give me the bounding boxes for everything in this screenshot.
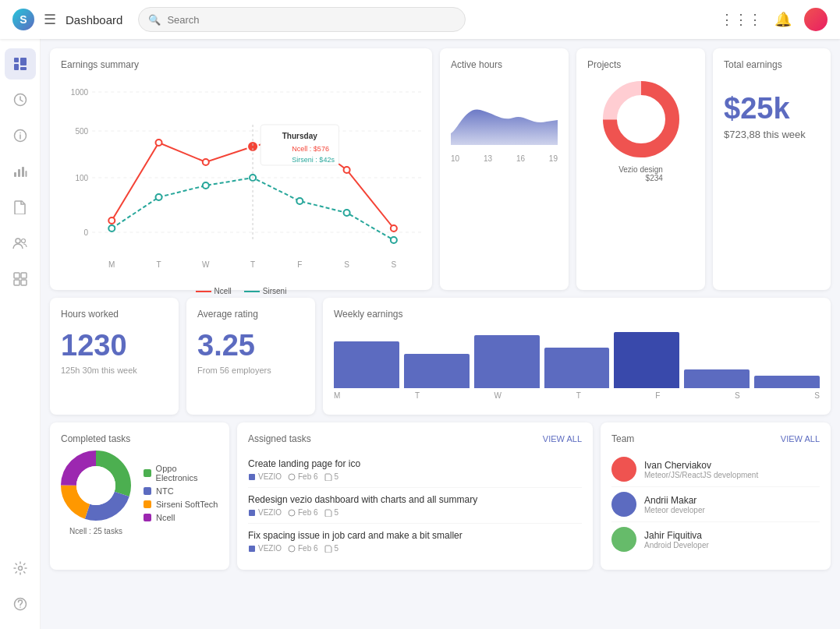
svg-rect-16	[21, 280, 27, 285]
svg-point-37	[203, 159, 209, 165]
sidebar-item-help[interactable]	[5, 588, 36, 620]
svg-point-17	[18, 567, 22, 571]
team-card: Team VIEW ALL Ivan Cherviakov Meteor/JS/…	[601, 422, 831, 570]
bottom-row: Completed tasks Ncell : 25 tasks	[50, 422, 831, 570]
legend-ncell: Ncell	[196, 287, 232, 295]
chart-legend: Ncell Sirseni	[61, 287, 421, 295]
weekly-bar-3	[544, 348, 610, 388]
average-rating-card: Average rating 3.25 From 56 employers	[186, 298, 315, 415]
legend-item-0: Oppo Electronics	[144, 464, 218, 482]
weekly-bar-labels: M T W T F S S	[334, 391, 820, 400]
sidebar-item-team[interactable]	[5, 228, 36, 259]
hours-worked-value: 1230	[61, 329, 168, 362]
svg-text:0: 0	[84, 228, 89, 237]
svg-rect-0	[14, 58, 19, 62]
svg-point-47	[344, 210, 350, 216]
sidebar	[0, 39, 41, 629]
sidebar-item-clock[interactable]	[5, 84, 36, 115]
total-earnings-card: Total earnings $25k $723,88 this week	[713, 48, 831, 290]
main-layout: Earnings summary 1000 500 100	[0, 39, 840, 629]
assigned-tasks-view-all[interactable]: VIEW ALL	[543, 434, 582, 443]
hours-worked-title: Hours worked	[61, 309, 168, 320]
task-meta-1: VEZIO Feb 6 5	[248, 508, 582, 517]
sidebar-item-settings[interactable]	[5, 553, 36, 584]
assigned-tasks-card: Assigned tasks VIEW ALL Create landing p…	[237, 422, 593, 570]
logo: S	[12, 9, 34, 30]
task-list: Create landing page for ico VEZIO Feb 6 …	[248, 452, 582, 559]
grid-icon[interactable]: ⋮⋮⋮	[720, 11, 762, 28]
task-files-2: 5	[324, 544, 339, 553]
svg-text:T: T	[156, 260, 161, 269]
member-avatar-2	[611, 527, 636, 552]
task-title-2: Fix spacing issue in job card and make a…	[248, 530, 582, 541]
weekly-bar-0	[334, 341, 399, 388]
svg-rect-7	[14, 172, 16, 177]
svg-text:S: S	[344, 260, 349, 269]
assigned-tasks-header: Assigned tasks VIEW ALL	[248, 433, 582, 444]
projects-donut	[598, 76, 684, 162]
assigned-tasks-title: Assigned tasks	[248, 433, 311, 444]
member-role-0: Meteor/JS/ReactJS development	[644, 471, 820, 479]
member-role-1: Meteor developer	[644, 506, 820, 514]
task-title-0: Create landing page for ico	[248, 458, 582, 469]
completed-tasks-title: Completed tasks	[61, 433, 218, 444]
sidebar-item-file[interactable]	[5, 192, 36, 223]
legend-color-1	[144, 487, 151, 495]
notification-icon[interactable]: 🔔	[774, 11, 792, 28]
sidebar-item-chart[interactable]	[5, 156, 36, 187]
weekly-earnings-title: Weekly earnings	[334, 309, 820, 320]
task-meta-2: VEZIO Feb 6 5	[248, 544, 582, 553]
weekly-bar-5	[684, 369, 750, 388]
total-earnings-weekly: $723,88 this week	[724, 129, 820, 140]
task-date-1: Feb 6	[288, 508, 318, 517]
svg-point-35	[108, 217, 115, 224]
svg-rect-1	[14, 64, 19, 70]
team-view-all[interactable]: VIEW ALL	[781, 434, 820, 443]
legend-label-3: Ncell	[156, 513, 175, 522]
pie-chart: Ncell : 25 tasks	[61, 451, 131, 535]
svg-rect-2	[20, 58, 27, 65]
earnings-summary-title: Earnings summary	[61, 59, 421, 70]
svg-point-68	[289, 546, 295, 552]
member-name-2: Jahir Fiquitiva	[644, 530, 820, 541]
content: Earnings summary 1000 500 100	[41, 39, 840, 629]
team-member-2: Jahir Fiquitiva Android Developer	[611, 522, 820, 557]
svg-point-44	[203, 182, 209, 189]
sidebar-item-info[interactable]	[5, 120, 36, 151]
svg-text:500: 500	[75, 127, 88, 136]
legend-item-1: NTC	[144, 486, 218, 496]
search-input[interactable]	[167, 14, 455, 26]
earnings-chart: 1000 500 100 0 M T W T F S S	[61, 76, 421, 279]
svg-point-48	[391, 237, 397, 243]
svg-point-40	[344, 167, 350, 173]
svg-rect-8	[18, 169, 20, 177]
svg-point-42	[108, 225, 115, 231]
legend-color-3	[144, 514, 151, 521]
header: S ☰ Dashboard 🔍 ⋮⋮⋮ 🔔	[0, 0, 840, 39]
svg-point-19	[19, 606, 21, 608]
projects-label: Vezio design $234	[618, 165, 663, 182]
member-info-2: Jahir Fiquitiva Android Developer	[644, 530, 820, 549]
member-avatar-0	[611, 457, 636, 482]
sidebar-item-dashboard[interactable]	[5, 48, 36, 80]
header-right: ⋮⋮⋮ 🔔	[720, 8, 828, 31]
svg-text:S: S	[391, 260, 396, 269]
weekly-bar-chart	[334, 326, 820, 388]
weekly-bar-1	[404, 354, 470, 388]
menu-icon[interactable]: ☰	[44, 11, 56, 28]
svg-rect-67	[249, 546, 255, 552]
average-rating-sub: From 56 employers	[197, 366, 304, 375]
user-avatar[interactable]	[804, 8, 828, 31]
search-bar: 🔍	[138, 7, 466, 32]
pie-footer-label: Ncell : 25 tasks	[61, 527, 131, 535]
active-hours-title: Active hours	[451, 59, 558, 70]
svg-text:T: T	[250, 260, 255, 269]
sidebar-item-grid[interactable]	[5, 263, 36, 295]
svg-point-46	[296, 198, 303, 204]
svg-text:W: W	[202, 260, 210, 269]
legend-label-1: NTC	[156, 486, 174, 496]
svg-rect-10	[25, 171, 27, 177]
active-hours-chart	[451, 83, 558, 145]
task-item-0: Create landing page for ico VEZIO Feb 6 …	[248, 452, 582, 488]
task-files-1: 5	[324, 508, 339, 517]
